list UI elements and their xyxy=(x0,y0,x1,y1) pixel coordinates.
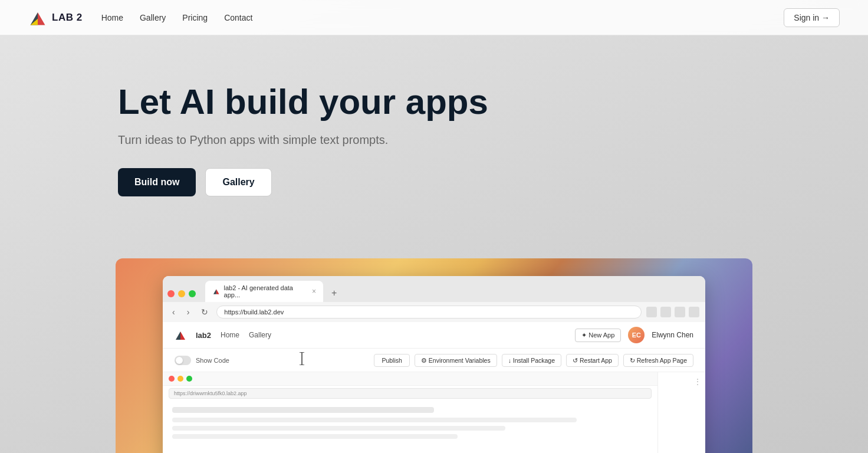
traffic-light-green xyxy=(189,290,196,297)
nav-link-gallery[interactable]: Gallery xyxy=(140,13,166,22)
app-preview: https://driwwmktu5fk0.lab2.app xyxy=(163,372,658,453)
forward-button[interactable]: › xyxy=(183,306,193,318)
reload-button[interactable]: ↻ xyxy=(198,306,212,318)
show-code-label: Show Code xyxy=(196,357,229,364)
user-name: Elwynn Chen xyxy=(652,331,693,339)
preview-traffic-lights xyxy=(163,372,657,386)
sign-in-button[interactable]: Sign in → xyxy=(784,8,840,27)
svg-marker-3 xyxy=(213,289,216,294)
window-outer: lab2 - AI generated data app... × + ‹ › … xyxy=(116,258,752,453)
browser-window: lab2 - AI generated data app... × + ‹ › … xyxy=(163,276,705,453)
nav-links: Home Gallery Pricing Contact xyxy=(101,13,253,22)
browser-toolbar: ‹ › ↻ https://build.lab2.dev xyxy=(163,302,705,322)
toolbar-icon-3 xyxy=(675,307,685,317)
app-toolbar: Show Code Publish ⚙ Environment Variable… xyxy=(163,349,705,372)
skeleton-line-3 xyxy=(172,426,505,431)
publish-button[interactable]: Publish xyxy=(374,354,409,367)
app-nav-links: Home Gallery xyxy=(221,331,271,339)
toggle-knob xyxy=(176,357,183,364)
text-cursor-icon xyxy=(298,352,306,365)
app-toolbar-right: Publish ⚙ Environment Variables ↓ Instal… xyxy=(374,354,693,367)
toolbar-icon-2 xyxy=(660,307,671,317)
logo-icon xyxy=(28,8,47,27)
tab-favicon-icon xyxy=(212,287,221,296)
svg-marker-5 xyxy=(176,331,180,340)
app-nav-gallery[interactable]: Gallery xyxy=(249,331,271,339)
url-text: https://build.lab2.dev xyxy=(224,308,284,316)
hero-subtitle: Turn ideas to Python apps with simple te… xyxy=(118,133,868,147)
app-right-panel: ⋮ xyxy=(658,372,705,453)
app-content-area: https://driwwmktu5fk0.lab2.app ⋮ xyxy=(163,372,705,453)
gallery-button[interactable]: Gallery xyxy=(205,168,271,196)
panel-menu-icon[interactable]: ⋮ xyxy=(662,377,702,386)
traffic-light-red xyxy=(167,290,175,297)
logo-area[interactable]: LAB 2 xyxy=(28,8,83,27)
refresh-app-button[interactable]: ↻ Refresh App Page xyxy=(623,354,693,367)
new-tab-button[interactable]: + xyxy=(326,284,343,302)
traffic-light-yellow xyxy=(178,290,185,297)
app-logo-area: lab2 Home Gallery xyxy=(175,329,271,341)
cursor-indicator xyxy=(298,352,306,368)
preview-tl-red xyxy=(169,376,175,382)
hero-buttons: Build now Gallery xyxy=(118,168,868,196)
show-code-area: Show Code xyxy=(175,356,229,365)
app-user-area: ✦ New App EC Elwynn Chen xyxy=(575,327,693,343)
hero-section: Let AI build your apps Turn ideas to Pyt… xyxy=(0,35,868,196)
install-package-button[interactable]: ↓ Install Package xyxy=(502,354,561,367)
preview-url-bar[interactable]: https://driwwmktu5fk0.lab2.app xyxy=(169,388,652,399)
build-now-button[interactable]: Build now xyxy=(118,168,196,196)
tab-close-icon[interactable]: × xyxy=(312,287,316,296)
nav-link-pricing[interactable]: Pricing xyxy=(182,13,208,22)
browser-tab-bar: lab2 - AI generated data app... × + xyxy=(163,276,705,302)
skeleton-line-4 xyxy=(172,434,458,439)
app-logo-icon xyxy=(175,329,186,341)
traffic-lights xyxy=(167,290,196,302)
app-logo-text: lab2 xyxy=(196,331,211,340)
skeleton-line-2 xyxy=(172,418,577,422)
browser-tab-active[interactable]: lab2 - AI generated data app... × xyxy=(205,281,323,302)
navbar: LAB 2 Home Gallery Pricing Contact Sign … xyxy=(0,0,868,35)
nav-link-home[interactable]: Home xyxy=(101,13,123,22)
brand-name: LAB 2 xyxy=(52,12,83,24)
navbar-left: LAB 2 Home Gallery Pricing Contact xyxy=(28,8,252,27)
toolbar-icon-1 xyxy=(646,307,657,317)
screenshot-container: lab2 - AI generated data app... × + ‹ › … xyxy=(116,258,752,453)
nav-link-contact[interactable]: Contact xyxy=(224,13,252,22)
restart-app-button[interactable]: ↺ Restart App xyxy=(566,354,619,367)
preview-content xyxy=(163,401,657,448)
app-navbar: lab2 Home Gallery ✦ New App EC Elwynn Ch… xyxy=(163,322,705,349)
new-app-button[interactable]: ✦ New App xyxy=(575,329,621,342)
preview-tl-green xyxy=(186,376,192,382)
back-button[interactable]: ‹ xyxy=(169,306,179,318)
preview-url-text: https://driwwmktu5fk0.lab2.app xyxy=(174,390,247,396)
page-wrapper: LAB 2 Home Gallery Pricing Contact Sign … xyxy=(0,0,868,453)
show-code-toggle[interactable] xyxy=(175,356,191,365)
env-vars-button[interactable]: ⚙ Environment Variables xyxy=(415,354,497,367)
skeleton-line-1 xyxy=(172,407,434,413)
url-bar[interactable]: https://build.lab2.dev xyxy=(216,306,642,319)
app-nav-home[interactable]: Home xyxy=(221,331,239,339)
svg-marker-1 xyxy=(38,12,45,25)
preview-tl-yellow xyxy=(177,376,183,382)
svg-marker-6 xyxy=(180,331,185,340)
hero-title: Let AI build your apps xyxy=(118,83,868,122)
tab-label: lab2 - AI generated data app... xyxy=(224,284,308,298)
user-avatar: EC xyxy=(628,327,645,343)
toolbar-icon-4 xyxy=(689,307,699,317)
svg-marker-4 xyxy=(216,289,219,294)
browser-toolbar-icons xyxy=(646,307,699,317)
